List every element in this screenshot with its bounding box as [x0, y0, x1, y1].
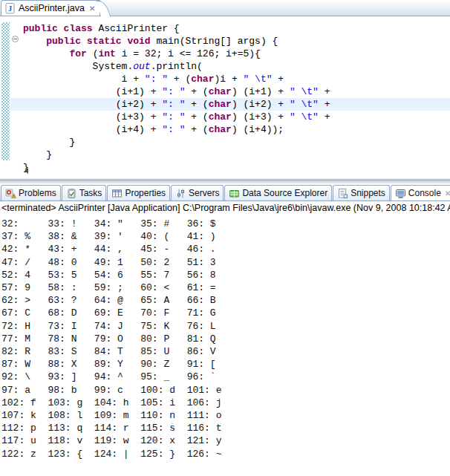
code-editor[interactable]: public class AsciiPrinter { public stati… — [0, 16, 450, 177]
tab-label: Tasks — [79, 188, 102, 198]
code-line[interactable]: } — [10, 149, 450, 161]
data-source-explorer-icon — [229, 188, 240, 199]
code-line[interactable]: System.out.println( — [10, 60, 450, 73]
eclipse-window: J AsciiPrinter.java ✕ public class Ascii… — [0, 0, 450, 475]
code-area[interactable]: public class AsciiPrinter { public stati… — [10, 16, 450, 174]
tab-snippets[interactable]: Snippets — [333, 185, 390, 200]
code-line[interactable]: (i+3) + ": " + (char) (i+3) + " \t" + — [10, 111, 450, 123]
console-status-line: <terminated> AsciiPrinter [Java Applicat… — [0, 201, 450, 216]
view-tab-bar: Problems Tasks — [0, 183, 450, 201]
code-line[interactable]: (i+4) + ": " + (char) (i+4)); — [10, 123, 450, 136]
tab-label: Properties — [125, 188, 166, 198]
tasks-icon — [66, 188, 77, 199]
tab-label: Console — [408, 188, 441, 198]
editor-tab-bar: J AsciiPrinter.java ✕ — [0, 0, 450, 16]
range-indicator-bar — [1, 22, 10, 160]
console-output[interactable]: 32: 33: ! 34: " 35: # 36: $ 37: % 38: & … — [0, 216, 450, 475]
tab-tasks[interactable]: Tasks — [62, 185, 107, 200]
console-icon — [395, 188, 406, 199]
svg-text:J: J — [8, 4, 12, 13]
java-file-icon: J — [4, 3, 16, 14]
snippets-icon — [337, 188, 348, 199]
editor-tab-close-icon[interactable]: ✕ — [88, 4, 97, 13]
editor-console-sash[interactable] — [0, 177, 450, 183]
code-line[interactable]: } — [10, 161, 450, 174]
code-line[interactable]: public class AsciiPrinter { — [10, 22, 450, 35]
code-line-highlighted[interactable]: (i+2) + ": " + (char) (i+2) + " \t" + — [10, 98, 450, 111]
tab-servers[interactable]: Servers — [171, 185, 224, 200]
tab-problems[interactable]: Problems — [1, 185, 61, 200]
problems-icon — [5, 188, 16, 199]
code-line[interactable]: (i+1) + ": " + (char) (i+1) + " \t" + — [10, 85, 450, 98]
tab-label: Data Source Explorer — [242, 188, 327, 198]
editor-tab-label: AsciiPrinter.java — [19, 3, 85, 13]
tab-label: Snippets — [350, 188, 385, 198]
tab-label: Servers — [189, 188, 219, 198]
tab-data-source-explorer[interactable]: Data Source Explorer — [224, 185, 332, 200]
tab-console[interactable]: Console ✕ — [391, 185, 450, 200]
code-line[interactable]: } — [10, 136, 450, 149]
properties-icon — [111, 188, 123, 199]
servers-icon — [175, 188, 186, 199]
code-line[interactable]: public static void main(String[] args) { — [10, 35, 450, 48]
scroll-left-arrow-icon[interactable] — [25, 168, 28, 174]
code-line[interactable]: i + ": " + (char)i + " \t" + — [10, 73, 450, 85]
editor-tab-asciiprinter[interactable]: J AsciiPrinter.java ✕ — [1, 0, 100, 16]
code-line[interactable]: for (int i = 32; i <= 126; i+=5){ — [10, 48, 450, 60]
console-tab-close-icon[interactable]: ✕ — [443, 189, 450, 198]
tab-properties[interactable]: Properties — [107, 185, 170, 200]
tab-label: Problems — [19, 188, 56, 198]
